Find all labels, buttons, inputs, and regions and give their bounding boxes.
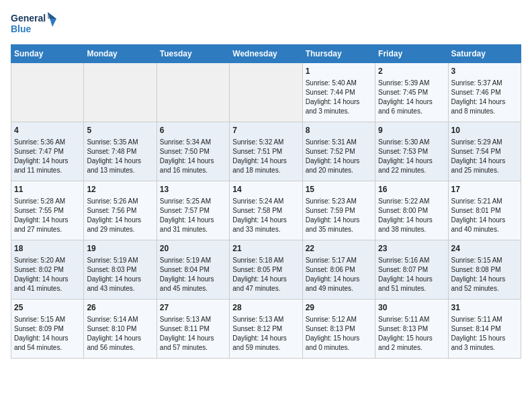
day-number: 19 xyxy=(87,243,153,255)
calendar-cell: 14Sunrise: 5:24 AM Sunset: 7:58 PM Dayli… xyxy=(230,181,302,240)
day-number: 27 xyxy=(160,302,226,314)
day-number: 25 xyxy=(14,302,81,314)
calendar-week-row: 18Sunrise: 5:20 AM Sunset: 8:02 PM Dayli… xyxy=(11,240,521,300)
calendar-week-row: 1Sunrise: 5:40 AM Sunset: 7:44 PM Daylig… xyxy=(11,63,521,122)
weekday-header: Saturday xyxy=(448,45,521,63)
day-info: Sunrise: 5:39 AM Sunset: 7:45 PM Dayligh… xyxy=(378,79,445,116)
weekday-header: Thursday xyxy=(302,45,375,63)
calendar-cell: 15Sunrise: 5:23 AM Sunset: 7:59 PM Dayli… xyxy=(302,181,375,240)
day-number: 6 xyxy=(160,125,226,136)
day-info: Sunrise: 5:34 AM Sunset: 7:50 PM Dayligh… xyxy=(160,138,226,175)
day-info: Sunrise: 5:22 AM Sunset: 8:00 PM Dayligh… xyxy=(378,197,445,234)
calendar-cell: 4Sunrise: 5:36 AM Sunset: 7:47 PM Daylig… xyxy=(11,122,84,181)
day-info: Sunrise: 5:13 AM Sunset: 8:12 PM Dayligh… xyxy=(232,315,299,353)
day-number: 14 xyxy=(232,184,299,195)
calendar-week-row: 25Sunrise: 5:15 AM Sunset: 8:09 PM Dayli… xyxy=(11,300,521,359)
calendar-cell: 7Sunrise: 5:32 AM Sunset: 7:51 PM Daylig… xyxy=(230,122,302,181)
day-number: 5 xyxy=(87,125,153,136)
day-info: Sunrise: 5:13 AM Sunset: 8:11 PM Dayligh… xyxy=(160,315,226,353)
calendar-cell xyxy=(84,63,157,122)
calendar-week-row: 4Sunrise: 5:36 AM Sunset: 7:47 PM Daylig… xyxy=(11,122,521,181)
calendar-cell: 31Sunrise: 5:11 AM Sunset: 8:14 PM Dayli… xyxy=(448,300,521,359)
calendar-cell: 16Sunrise: 5:22 AM Sunset: 8:00 PM Dayli… xyxy=(375,181,448,240)
calendar-cell: 10Sunrise: 5:29 AM Sunset: 7:54 PM Dayli… xyxy=(448,122,521,181)
weekday-header: Friday xyxy=(375,45,448,63)
calendar-cell: 23Sunrise: 5:16 AM Sunset: 8:07 PM Dayli… xyxy=(375,240,448,300)
day-info: Sunrise: 5:31 AM Sunset: 7:52 PM Dayligh… xyxy=(306,138,372,175)
day-info: Sunrise: 5:37 AM Sunset: 7:46 PM Dayligh… xyxy=(451,79,518,116)
day-info: Sunrise: 5:11 AM Sunset: 8:13 PM Dayligh… xyxy=(378,315,445,353)
calendar-cell: 5Sunrise: 5:35 AM Sunset: 7:48 PM Daylig… xyxy=(84,122,157,181)
logo: General Blue xyxy=(11,11,58,39)
calendar-cell: 18Sunrise: 5:20 AM Sunset: 8:02 PM Dayli… xyxy=(11,240,84,300)
calendar-cell: 8Sunrise: 5:31 AM Sunset: 7:52 PM Daylig… xyxy=(302,122,375,181)
day-number: 23 xyxy=(378,243,445,255)
day-number: 18 xyxy=(14,243,81,255)
day-info: Sunrise: 5:21 AM Sunset: 8:01 PM Dayligh… xyxy=(451,197,518,234)
weekday-header: Monday xyxy=(84,45,157,63)
day-info: Sunrise: 5:20 AM Sunset: 8:02 PM Dayligh… xyxy=(14,256,81,293)
day-info: Sunrise: 5:24 AM Sunset: 7:58 PM Dayligh… xyxy=(232,197,299,234)
weekday-header: Sunday xyxy=(11,45,84,63)
day-number: 12 xyxy=(87,184,153,195)
svg-text:General: General xyxy=(11,13,46,24)
calendar-cell: 1Sunrise: 5:40 AM Sunset: 7:44 PM Daylig… xyxy=(302,63,375,122)
day-number: 11 xyxy=(14,184,81,195)
day-info: Sunrise: 5:19 AM Sunset: 8:04 PM Dayligh… xyxy=(160,256,226,293)
day-number: 15 xyxy=(306,184,372,195)
calendar-cell: 9Sunrise: 5:30 AM Sunset: 7:53 PM Daylig… xyxy=(375,122,448,181)
day-info: Sunrise: 5:40 AM Sunset: 7:44 PM Dayligh… xyxy=(306,79,372,116)
day-info: Sunrise: 5:23 AM Sunset: 7:59 PM Dayligh… xyxy=(306,197,372,234)
calendar-cell: 11Sunrise: 5:28 AM Sunset: 7:55 PM Dayli… xyxy=(11,181,84,240)
day-number: 31 xyxy=(451,302,518,314)
day-number: 9 xyxy=(378,125,445,136)
day-number: 10 xyxy=(451,125,518,136)
calendar-cell: 2Sunrise: 5:39 AM Sunset: 7:45 PM Daylig… xyxy=(375,63,448,122)
day-number: 20 xyxy=(160,243,226,255)
day-number: 3 xyxy=(451,66,518,77)
calendar-cell: 3Sunrise: 5:37 AM Sunset: 7:46 PM Daylig… xyxy=(448,63,521,122)
calendar-cell: 22Sunrise: 5:17 AM Sunset: 8:06 PM Dayli… xyxy=(302,240,375,300)
day-number: 17 xyxy=(451,184,518,195)
day-number: 2 xyxy=(378,66,445,77)
day-info: Sunrise: 5:12 AM Sunset: 8:13 PM Dayligh… xyxy=(306,315,372,353)
calendar-cell: 24Sunrise: 5:15 AM Sunset: 8:08 PM Dayli… xyxy=(448,240,521,300)
day-number: 30 xyxy=(378,302,445,314)
day-info: Sunrise: 5:15 AM Sunset: 8:08 PM Dayligh… xyxy=(451,256,518,293)
day-info: Sunrise: 5:18 AM Sunset: 8:05 PM Dayligh… xyxy=(232,256,299,293)
day-info: Sunrise: 5:29 AM Sunset: 7:54 PM Dayligh… xyxy=(451,138,518,175)
svg-marker-3 xyxy=(48,12,56,19)
day-info: Sunrise: 5:16 AM Sunset: 8:07 PM Dayligh… xyxy=(378,256,445,293)
calendar-cell: 20Sunrise: 5:19 AM Sunset: 8:04 PM Dayli… xyxy=(157,240,229,300)
calendar-cell: 6Sunrise: 5:34 AM Sunset: 7:50 PM Daylig… xyxy=(157,122,229,181)
calendar-cell: 21Sunrise: 5:18 AM Sunset: 8:05 PM Dayli… xyxy=(230,240,302,300)
calendar-cell: 30Sunrise: 5:11 AM Sunset: 8:13 PM Dayli… xyxy=(375,300,448,359)
calendar-cell: 29Sunrise: 5:12 AM Sunset: 8:13 PM Dayli… xyxy=(302,300,375,359)
day-info: Sunrise: 5:36 AM Sunset: 7:47 PM Dayligh… xyxy=(14,138,81,175)
day-number: 8 xyxy=(306,125,372,136)
day-info: Sunrise: 5:26 AM Sunset: 7:56 PM Dayligh… xyxy=(87,197,153,234)
calendar-cell xyxy=(11,63,84,122)
day-info: Sunrise: 5:35 AM Sunset: 7:48 PM Dayligh… xyxy=(87,138,153,175)
day-number: 21 xyxy=(232,243,299,255)
calendar-cell xyxy=(157,63,229,122)
day-info: Sunrise: 5:17 AM Sunset: 8:06 PM Dayligh… xyxy=(306,256,372,293)
calendar-cell: 25Sunrise: 5:15 AM Sunset: 8:09 PM Dayli… xyxy=(11,300,84,359)
day-info: Sunrise: 5:32 AM Sunset: 7:51 PM Dayligh… xyxy=(232,138,299,175)
day-number: 4 xyxy=(14,125,81,136)
calendar-week-row: 11Sunrise: 5:28 AM Sunset: 7:55 PM Dayli… xyxy=(11,181,521,240)
day-info: Sunrise: 5:28 AM Sunset: 7:55 PM Dayligh… xyxy=(14,197,81,234)
calendar-cell: 19Sunrise: 5:19 AM Sunset: 8:03 PM Dayli… xyxy=(84,240,157,300)
day-number: 16 xyxy=(378,184,445,195)
calendar-cell: 12Sunrise: 5:26 AM Sunset: 7:56 PM Dayli… xyxy=(84,181,157,240)
day-info: Sunrise: 5:11 AM Sunset: 8:14 PM Dayligh… xyxy=(451,315,518,353)
day-number: 24 xyxy=(451,243,518,255)
logo-svg: General Blue xyxy=(11,11,58,39)
weekday-header: Wednesday xyxy=(230,45,302,63)
page-header: General Blue xyxy=(11,11,521,39)
calendar-cell: 26Sunrise: 5:14 AM Sunset: 8:10 PM Dayli… xyxy=(84,300,157,359)
weekday-header: Tuesday xyxy=(157,45,229,63)
calendar-cell: 13Sunrise: 5:25 AM Sunset: 7:57 PM Dayli… xyxy=(157,181,229,240)
day-number: 26 xyxy=(87,302,153,314)
day-number: 7 xyxy=(232,125,299,136)
